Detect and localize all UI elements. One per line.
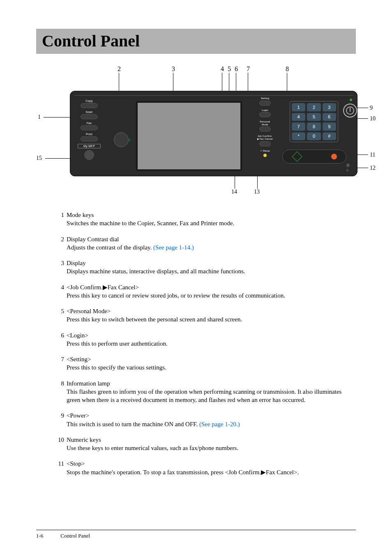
reset-key (263, 154, 267, 157)
keypad-key: 1 (292, 103, 305, 111)
callout-9: 9 (370, 105, 373, 111)
mode-key-column: Copy Scan Fax Print My MFP (78, 99, 101, 162)
legend-title: <Job Confirm.▶Fax Cancel> (67, 284, 139, 291)
legend-item: 9 <Power> This switch is used to turn th… (67, 411, 356, 428)
information-lamp (350, 99, 352, 101)
mode-label-scan: Scan (78, 111, 101, 113)
mode-key (81, 125, 98, 130)
label-reset: ✧ Reset (251, 150, 279, 152)
legend-item: 6 <Login> Press this to perform user aut… (67, 331, 356, 348)
legend-title: Numeric keys (67, 436, 101, 443)
legend-num: 1 (53, 211, 64, 219)
page-ref-link[interactable]: (See page 1-20.) (199, 421, 240, 427)
legend-title: <Stop> (67, 460, 85, 467)
legend-num: 4 (53, 283, 64, 291)
legend-item: 10 Numeric keys Use these keys to enter … (67, 436, 356, 452)
legend-item: 8 Information lamp This flashes green to… (67, 379, 356, 404)
legend-title: <Login> (67, 332, 88, 339)
mode-label-fax: Fax (78, 122, 101, 125)
callout-11: 11 (370, 152, 375, 158)
legend-title: Information lamp (67, 380, 110, 387)
footer-page-number: 1-6 (36, 533, 59, 539)
legend-title: <Setting> (67, 356, 91, 362)
mode-label-copy: Copy (78, 99, 101, 102)
keypad-key: 2 (307, 103, 321, 111)
legend-title: Display Contrast dial (67, 236, 119, 242)
control-panel-diagram: 2 3 4 5 6 7 8 1 15 9 10 11 12 14 13 (36, 65, 356, 197)
page-footer: 1-6 Control Panel (36, 530, 356, 539)
keypad-key: * (292, 132, 305, 141)
legend-body: Stops the machine's operation. To stop a… (67, 468, 356, 476)
legend-num: 10 (53, 436, 64, 444)
login-key (259, 112, 271, 117)
legend-item: 2 Display Contrast dial Adjusts the cont… (67, 235, 356, 252)
legend-body: Press this key to switch between the per… (67, 315, 356, 323)
keypad-key: 5 (307, 113, 321, 121)
legend-item: 11 <Stop> Stops the machine's operation.… (67, 459, 356, 476)
setting-key (259, 101, 271, 106)
numeric-keypad: 1 2 3 4 5 6 7 8 9 * 0 # (290, 101, 338, 142)
legend-body: Switches the machine to the Copier, Scan… (67, 219, 356, 227)
legend-body: This switch is used to turn the machine … (67, 420, 356, 428)
callout-7: 7 (247, 65, 250, 73)
page-title: Control Panel (42, 31, 350, 51)
keypad-key: 3 (323, 103, 336, 111)
contrast-dial (114, 132, 129, 147)
legend-num: 9 (53, 411, 64, 420)
legend-num: 3 (53, 259, 64, 267)
legend-item: 4 <Job Confirm.▶Fax Cancel> Press this k… (67, 283, 356, 300)
legend-body: Displays machine status, interactive dis… (67, 267, 356, 275)
callout-5: 5 (228, 65, 231, 73)
legend-num: 2 (53, 235, 64, 243)
callout-3: 3 (172, 65, 175, 73)
legend-body-text: Adjusts the contrast of the display. (67, 244, 153, 251)
legend-num: 11 (53, 459, 64, 468)
keypad-key: # (323, 132, 336, 141)
legend-num: 5 (53, 307, 64, 315)
callout-2: 2 (118, 65, 121, 73)
legend-body: Press this to specify the various settin… (67, 363, 356, 372)
label-personal-mode: Personal Mode (251, 120, 279, 126)
legend-body: Adjusts the contrast of the display. (Se… (67, 243, 356, 252)
label-login: Login (251, 109, 279, 112)
legend-item: 5 <Personal Mode> Press this key to swit… (67, 307, 356, 324)
job-confirm-key (259, 141, 271, 146)
power-button-icon (343, 104, 357, 118)
page-ref-link[interactable]: (See page 1-14.) (153, 244, 194, 251)
keypad-key: 0 (307, 132, 321, 141)
legend-title: <Personal Mode> (67, 308, 111, 314)
label-job-confirm: Job Confirm. ▶Fax Cancel (251, 135, 279, 140)
keypad-key: 9 (323, 122, 336, 131)
callout-4: 4 (221, 65, 224, 73)
start-stop-bar (282, 150, 346, 164)
keypad-key: 8 (307, 122, 321, 131)
stop-icon (331, 154, 337, 159)
mode-label-mymfp: My MFP (78, 144, 101, 148)
mode-key (81, 114, 98, 119)
mymfp-key (84, 150, 94, 160)
keypad-key: 6 (323, 113, 336, 121)
control-panel-body: Copy Scan Fax Print My MFP Setting Login… (70, 91, 357, 176)
print-glyph-icon: ⎙ (346, 169, 348, 172)
mode-label-print: Print (78, 133, 101, 136)
panel-edge (74, 95, 353, 96)
legend-num: 6 (53, 331, 64, 339)
lcd-display (136, 101, 242, 171)
legend-title: Mode keys (67, 212, 94, 218)
footer-section-title: Control Panel (60, 533, 90, 539)
callout-14: 14 (231, 189, 237, 195)
personal-mode-key (259, 127, 271, 132)
legend-item: 1 Mode keys Switches the machine to the … (67, 211, 356, 228)
callout-15: 15 (36, 155, 42, 162)
callout-6: 6 (235, 65, 238, 73)
legend-item: 7 <Setting> Press this to specify the va… (67, 355, 356, 372)
callout-12: 12 (370, 165, 376, 171)
legend-body: Press this to perform user authenticatio… (67, 339, 356, 348)
legend-list: 1 Mode keys Switches the machine to the … (67, 211, 356, 484)
callout-8: 8 (286, 65, 289, 73)
start-icon (292, 151, 302, 162)
function-key-column: Setting Login Personal Mode Job Confirm.… (251, 97, 279, 157)
legend-num: 8 (53, 379, 64, 388)
page-title-bar: Control Panel (36, 29, 356, 54)
mode-key (81, 103, 98, 108)
